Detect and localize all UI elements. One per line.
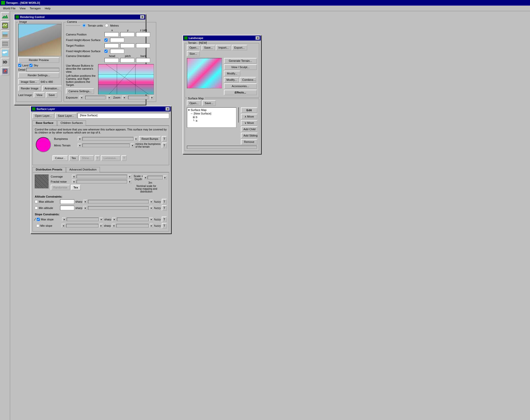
render-image-btn[interactable]: Render Image	[18, 86, 41, 91]
scale-slider[interactable]	[148, 176, 163, 179]
combine-btn[interactable]: Combine...	[240, 77, 256, 83]
view-sculpt-btn[interactable]: View / Sculpt...	[224, 64, 257, 70]
save-layer-btn[interactable]: Save Layer...	[55, 113, 77, 119]
max-alt-sharp-slider[interactable]	[88, 200, 149, 203]
sm-save-btn[interactable]: Save...	[202, 100, 216, 106]
max-alt-checkbox[interactable]	[35, 200, 38, 203]
max-alt-sharp-right[interactable]: ►	[150, 200, 153, 204]
bump-t-btn[interactable]: T	[162, 136, 167, 142]
move-up-btn[interactable]: ∧ Move	[241, 114, 257, 119]
mimic-t-btn[interactable]: T	[162, 143, 167, 148]
sidebar-render-btn[interactable]	[1, 30, 9, 39]
accessories-btn[interactable]: Accessories...	[224, 83, 257, 89]
exposure-left-arrow[interactable]: ◄	[80, 96, 83, 100]
modify-btn2[interactable]: Modify...	[224, 77, 239, 83]
bump-right-arrow[interactable]: ►	[134, 137, 138, 141]
sidebar-terrain-btn[interactable]	[1, 21, 9, 30]
max-slope-t-btn[interactable]: T	[162, 217, 167, 222]
cam-z-input[interactable]: 1.475	[136, 32, 150, 37]
landscape-close-btn[interactable]: ✕	[256, 36, 260, 40]
min-alt-input[interactable]: 0.	[60, 206, 74, 210]
max-slope-sharp-left[interactable]: ◄	[112, 217, 116, 221]
metres-radio[interactable]	[105, 24, 108, 27]
min-slope-left[interactable]: ◄	[62, 224, 65, 228]
menu-terragen[interactable]: Terragen	[28, 6, 43, 10]
sidebar-landscape-btn[interactable]	[1, 12, 9, 21]
min-alt-sharp-slider[interactable]	[88, 206, 149, 210]
luminous-btn[interactable]: Luminous...	[101, 155, 120, 161]
target-x-input[interactable]: 118.519	[104, 43, 119, 48]
max-slope-checkbox[interactable]	[37, 218, 40, 221]
cam-x-input[interactable]: 238.	[104, 32, 119, 37]
min-alt-sharp-right[interactable]: ►	[150, 206, 153, 210]
shine-btn[interactable]: Shine...	[79, 155, 94, 161]
pitch-input[interactable]: -0.582	[120, 58, 134, 63]
max-slope-right[interactable]: ►	[100, 217, 103, 221]
effects-btn[interactable]: Effects...	[224, 90, 257, 95]
cov-right-arrow[interactable]: ►	[128, 175, 132, 179]
land-checkbox[interactable]	[18, 64, 21, 67]
terrain-save-btn[interactable]: Save...	[202, 45, 215, 50]
min-slope-t-btn[interactable]: T	[162, 223, 167, 228]
zoom-slider[interactable]	[128, 96, 148, 99]
tree-item-new-surface[interactable]: ─ [New Surface]	[188, 112, 236, 115]
max-alt-input[interactable]: 0.	[60, 199, 74, 204]
fixed-height-1-checkbox[interactable]	[104, 39, 108, 42]
terrain-export-btn[interactable]: Export...	[232, 45, 247, 50]
target-y-input[interactable]: 152.414	[120, 43, 134, 48]
sky-checkbox[interactable]	[29, 64, 32, 67]
min-slope-right[interactable]: ►	[99, 224, 103, 228]
tree-item-a[interactable]: └ a	[188, 119, 236, 122]
coverage-slider[interactable]	[77, 175, 127, 178]
fixed-height-1-input[interactable]: 0.218	[110, 38, 124, 42]
head-input[interactable]: 254.745	[104, 58, 119, 63]
scale-left-arrow[interactable]: ◄	[144, 176, 147, 180]
view-btn[interactable]: View	[34, 92, 45, 98]
max-slope-sharp-slider[interactable]	[117, 218, 149, 221]
max-slope-left[interactable]: ◄	[62, 217, 66, 221]
max-alt-sharp-left[interactable]: ◄	[83, 200, 87, 204]
reset-bumps-btn[interactable]: Reset Bumps	[139, 136, 161, 142]
fixed-height-2-checkbox[interactable]	[104, 50, 108, 53]
move-down-btn[interactable]: ∨ Move	[241, 120, 257, 126]
mimic-left-arrow[interactable]: ◄	[78, 143, 81, 147]
sm-open-btn[interactable]: Open...	[187, 100, 201, 106]
min-alt-sharp-left[interactable]: ◄	[83, 206, 87, 210]
randomise-btn[interactable]: Randomise	[51, 185, 70, 190]
surface-map-scrollbar[interactable]	[187, 146, 257, 149]
bank-input[interactable]: 0.	[136, 58, 150, 63]
menu-worldfile[interactable]: World File	[1, 6, 17, 10]
tab-base-surface[interactable]: Base Surface	[32, 120, 57, 126]
shine-t-btn[interactable]: T	[95, 155, 100, 161]
min-slope-sharp-right[interactable]: ►	[150, 224, 153, 228]
min-slope-slider[interactable]	[66, 224, 98, 227]
render-preview-btn[interactable]: Render Preview	[18, 57, 59, 63]
zoom-left-arrow[interactable]: ◄	[122, 96, 126, 100]
bump-left-arrow[interactable]: ◄	[78, 137, 81, 141]
zoom-right-arrow[interactable]: ►	[150, 96, 154, 100]
tab-dist-advanced[interactable]: Advanced Distribution	[66, 167, 100, 172]
max-slope-sharp-right[interactable]: ►	[150, 217, 153, 221]
luminous-t-btn[interactable]: T	[121, 155, 127, 161]
camera-settings-btn[interactable]: Camera Settings...	[66, 88, 94, 94]
remove-btn[interactable]: Remove	[241, 139, 257, 145]
render-settings-btn[interactable]: Render Settings...	[18, 72, 59, 78]
fractal-slider[interactable]	[77, 180, 127, 183]
cov-left-arrow[interactable]: ◄	[72, 175, 76, 179]
min-alt-t-btn[interactable]: T	[162, 205, 167, 211]
frac-right-arrow[interactable]: ►	[128, 180, 132, 184]
tree-item-b[interactable]: ⊞ b	[188, 115, 236, 119]
add-child-btn[interactable]: Add Child	[241, 126, 257, 132]
rendering-close-btn[interactable]: ✕	[140, 15, 144, 19]
image-size-btn[interactable]: Image Size...	[18, 79, 40, 85]
save-btn[interactable]: Save	[46, 92, 57, 98]
terrain-open-btn[interactable]: Open...	[187, 45, 201, 50]
sidebar-extra-btn[interactable]: 📌	[1, 67, 9, 75]
terrain-units-radio[interactable]	[82, 24, 86, 27]
tex-btn[interactable]: Tex	[69, 155, 78, 161]
modify-btn[interactable]: Modify...	[224, 71, 240, 76]
min-slope-sharp-left[interactable]: ◄	[112, 224, 115, 228]
tex-btn2[interactable]: Tex	[71, 185, 81, 190]
min-slope-sharp-slider[interactable]	[116, 224, 149, 227]
max-alt-t-btn[interactable]: T	[162, 199, 167, 204]
